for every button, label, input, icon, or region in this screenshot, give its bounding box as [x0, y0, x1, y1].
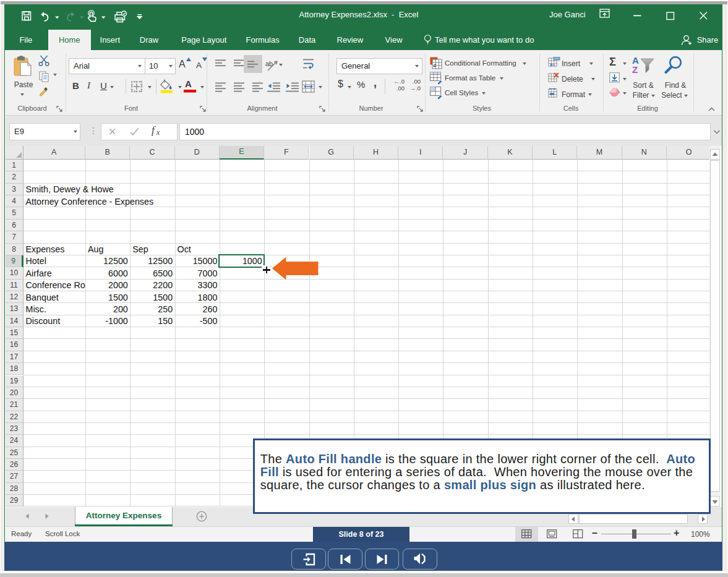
svg-text:≠: ≠ [434, 62, 437, 69]
